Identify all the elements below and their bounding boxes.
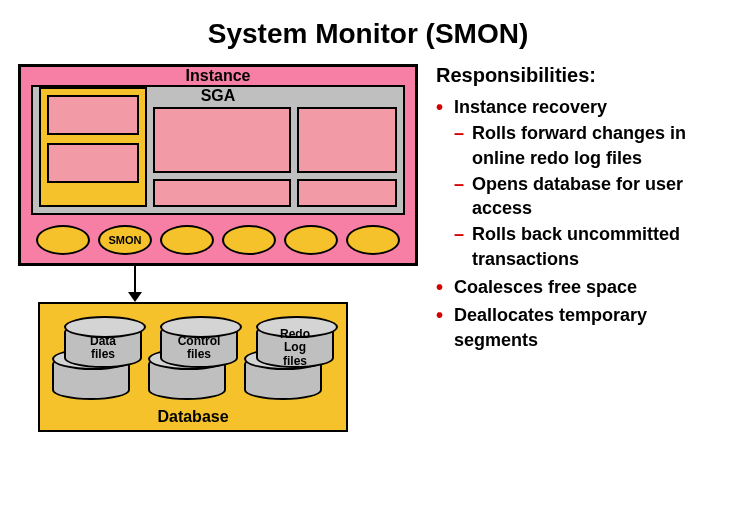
- sga-block: [297, 179, 397, 207]
- control-files-cylinder: Control files: [154, 316, 232, 402]
- data-files-cylinder: Data files: [58, 316, 136, 402]
- text-column: Responsibilities: Instance recovery Roll…: [436, 64, 718, 432]
- list-item: Instance recovery Rolls forward changes …: [436, 95, 718, 271]
- diagram-column: Instance SGA: [18, 64, 418, 432]
- sga-box: SGA: [31, 85, 405, 215]
- sga-block: [47, 95, 139, 135]
- process-oval: [346, 225, 400, 255]
- page-title: System Monitor (SMON): [0, 0, 736, 64]
- list-item: Coalesces free space: [436, 275, 718, 299]
- instance-box: Instance SGA: [18, 64, 418, 266]
- sub-list-item: Rolls forward changes in online redo log…: [454, 121, 718, 170]
- process-oval: [222, 225, 276, 255]
- smon-process-oval: SMON: [98, 225, 152, 255]
- database-box: Data files Control files Redo Log files …: [38, 302, 348, 432]
- sub-list-item: Rolls back uncommitted transactions: [454, 222, 718, 271]
- sga-highlight-group: [39, 87, 147, 207]
- process-oval: [36, 225, 90, 255]
- database-label: Database: [50, 402, 336, 426]
- process-oval: [160, 225, 214, 255]
- sga-block: [153, 107, 291, 173]
- sub-list: Rolls forward changes in online redo log…: [454, 121, 718, 271]
- content-area: Instance SGA: [0, 64, 736, 432]
- list-item: Deallocates temporary segments: [436, 303, 718, 352]
- process-oval: [284, 225, 338, 255]
- responsibilities-heading: Responsibilities:: [436, 64, 718, 87]
- redo-log-files-cylinder: Redo Log files: [250, 316, 328, 402]
- sga-block: [297, 107, 397, 173]
- instance-label: Instance: [21, 67, 415, 85]
- sga-block: [47, 143, 139, 183]
- arrow: [18, 266, 418, 302]
- sub-list-item: Opens database for user access: [454, 172, 718, 221]
- sga-block: [153, 179, 291, 207]
- process-row: SMON: [21, 221, 415, 257]
- responsibilities-list: Instance recovery Rolls forward changes …: [436, 95, 718, 352]
